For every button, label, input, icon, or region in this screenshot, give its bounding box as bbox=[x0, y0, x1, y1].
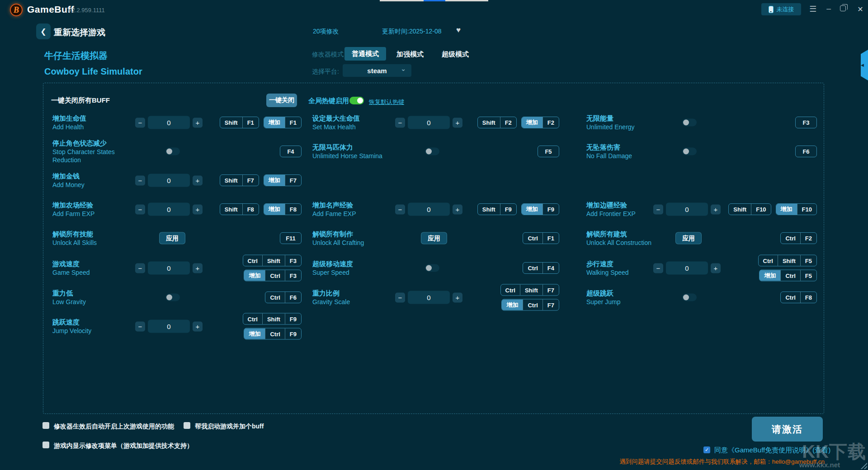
hotkey-badge[interactable]: F5 bbox=[538, 146, 559, 157]
hotkey-badge[interactable]: CtrlShiftF5 bbox=[758, 255, 817, 267]
toggle-knob bbox=[426, 265, 432, 271]
value-input[interactable]: 0 bbox=[148, 203, 190, 216]
hotkey-badge[interactable]: CtrlF8 bbox=[780, 291, 817, 303]
increase-button[interactable]: + bbox=[453, 204, 462, 214]
value-input[interactable]: 0 bbox=[148, 174, 190, 187]
hotkey-badge[interactable]: 增加CtrlF5 bbox=[759, 270, 817, 282]
increase-button[interactable]: + bbox=[453, 118, 462, 127]
hotkey-badge[interactable]: CtrlF4 bbox=[523, 262, 559, 274]
cheat-toggle[interactable] bbox=[682, 119, 697, 127]
cheat-toggle[interactable] bbox=[425, 148, 439, 155]
hotkey-group: ShiftF10增加F10 bbox=[728, 203, 817, 215]
restore-hotkeys-link[interactable]: 恢复默认热键 bbox=[369, 98, 404, 106]
increase-button[interactable]: + bbox=[193, 321, 203, 331]
hotkey-badge[interactable]: F6 bbox=[795, 146, 817, 157]
hotkey-badge[interactable]: ShiftF9 bbox=[477, 203, 517, 215]
hotkey-group: F6 bbox=[795, 146, 817, 157]
hotkey-badge[interactable]: CtrlShiftF7 bbox=[500, 284, 559, 296]
hotkey-badge[interactable]: 增加F2 bbox=[521, 117, 559, 128]
value-input[interactable]: 0 bbox=[408, 116, 450, 129]
toggle-knob bbox=[166, 149, 172, 155]
hotkey-badge[interactable]: ShiftF10 bbox=[728, 203, 771, 215]
close-icon[interactable]: ✕ bbox=[854, 4, 866, 14]
agree-checkbox[interactable]: ✓ bbox=[703, 446, 710, 453]
apply-button[interactable]: 应用 bbox=[159, 232, 185, 244]
cheat-toggle[interactable] bbox=[165, 148, 180, 155]
hotkey-badge[interactable]: CtrlF6 bbox=[265, 291, 302, 303]
decrease-button[interactable]: − bbox=[135, 321, 145, 331]
hotkey-badge[interactable]: CtrlF2 bbox=[780, 232, 817, 244]
value-input[interactable]: 0 bbox=[148, 320, 190, 333]
hotkey-badge[interactable]: F4 bbox=[280, 146, 302, 157]
device-connect-button[interactable]: 未连接 bbox=[761, 3, 801, 15]
increase-button[interactable]: + bbox=[711, 204, 721, 214]
close-all-button[interactable]: 一键关闭 bbox=[266, 94, 297, 107]
cheat-label-en: Add Fame EXP bbox=[312, 210, 393, 218]
hotkey-badge[interactable]: ShiftF7 bbox=[220, 174, 259, 186]
decrease-button[interactable]: − bbox=[395, 292, 405, 302]
hotkey-badge[interactable]: 增加CtrlF9 bbox=[244, 328, 302, 340]
decrease-button[interactable]: − bbox=[135, 175, 145, 185]
menu-icon[interactable]: ☰ bbox=[807, 4, 819, 14]
increase-button[interactable]: + bbox=[193, 263, 203, 273]
value-input[interactable]: 0 bbox=[148, 262, 190, 275]
global-hotkey-toggle[interactable] bbox=[349, 97, 364, 104]
hotkey-badge[interactable]: 增加F8 bbox=[264, 203, 302, 215]
favorite-heart-icon[interactable]: ♥ bbox=[456, 26, 461, 35]
apply-button[interactable]: 应用 bbox=[421, 232, 447, 244]
increase-button[interactable]: + bbox=[453, 292, 462, 302]
platform-select[interactable]: steam ⌄ bbox=[343, 64, 411, 77]
increase-button[interactable]: + bbox=[193, 118, 203, 127]
increase-button[interactable]: + bbox=[193, 204, 203, 214]
mode-tab-normal[interactable]: 普通模式 bbox=[344, 47, 386, 61]
hotkey-badge[interactable]: CtrlShiftF3 bbox=[243, 255, 302, 267]
value-input[interactable]: 0 bbox=[408, 291, 450, 304]
activate-button[interactable]: 请激活 bbox=[752, 417, 823, 442]
value-input[interactable]: 0 bbox=[148, 116, 190, 129]
hotkey-badge[interactable]: 增加F9 bbox=[521, 203, 559, 215]
hotkey-badge[interactable]: 增加F7 bbox=[264, 174, 302, 186]
hotkey-segment: Shift bbox=[262, 314, 285, 324]
decrease-button[interactable]: − bbox=[135, 263, 145, 273]
hotkey-badge[interactable]: ShiftF8 bbox=[220, 203, 259, 215]
apply-button[interactable]: 应用 bbox=[675, 232, 702, 244]
decrease-button[interactable]: − bbox=[395, 204, 405, 214]
decrease-button[interactable]: − bbox=[135, 204, 145, 214]
value-input[interactable]: 0 bbox=[666, 203, 708, 216]
hotkey-badge[interactable]: F3 bbox=[795, 117, 817, 128]
hotkey-badge[interactable]: ShiftF1 bbox=[220, 117, 259, 128]
increase-button[interactable]: + bbox=[193, 175, 203, 185]
hotkey-badge[interactable]: ShiftF2 bbox=[477, 117, 517, 128]
hotkey-badge[interactable]: 增加F10 bbox=[776, 203, 817, 215]
hotkey-badge[interactable]: CtrlShiftF9 bbox=[243, 313, 302, 325]
decrease-button[interactable]: − bbox=[395, 118, 405, 127]
mode-tab-enhanced[interactable]: 加强模式 bbox=[396, 50, 424, 59]
hotkey-badge[interactable]: CtrlF1 bbox=[523, 232, 559, 244]
checkbox-auto-enable[interactable] bbox=[42, 422, 49, 429]
checkbox-ingame-menu[interactable] bbox=[42, 442, 49, 448]
decrease-button[interactable]: − bbox=[653, 204, 663, 214]
side-drawer-tab[interactable]: ◀ bbox=[861, 50, 868, 80]
cheat-toggle[interactable] bbox=[425, 264, 439, 272]
maximize-icon[interactable] bbox=[840, 5, 846, 11]
hotkey-group: ShiftF1增加F1 bbox=[220, 117, 302, 128]
back-button[interactable]: ❮ bbox=[36, 24, 51, 39]
decrease-button[interactable]: − bbox=[653, 263, 663, 273]
value-input[interactable]: 0 bbox=[408, 203, 450, 216]
checkbox-launch-game[interactable] bbox=[184, 422, 190, 429]
cheat-toggle[interactable] bbox=[682, 148, 697, 155]
hotkey-badge[interactable]: 增加CtrlF3 bbox=[244, 270, 302, 282]
hotkey-badge[interactable]: 增加CtrlF7 bbox=[501, 299, 559, 311]
hotkey-badge[interactable]: 增加F1 bbox=[264, 117, 302, 128]
mode-tab-super[interactable]: 超级模式 bbox=[442, 50, 469, 59]
minimize-icon[interactable]: − bbox=[823, 4, 835, 14]
decrease-button[interactable]: − bbox=[135, 118, 145, 127]
value-input[interactable]: 0 bbox=[666, 262, 708, 275]
hotkey-segment: F4 bbox=[542, 263, 559, 273]
cheat-toggle[interactable] bbox=[682, 294, 697, 301]
hotkey-badge[interactable]: F11 bbox=[280, 232, 302, 244]
cheat-label-cn: 增加边疆经验 bbox=[586, 201, 655, 210]
cheat-label: 解锁所有制作Unlock All Crafting bbox=[312, 230, 393, 247]
increase-button[interactable]: + bbox=[711, 263, 721, 273]
cheat-toggle[interactable] bbox=[165, 294, 180, 301]
